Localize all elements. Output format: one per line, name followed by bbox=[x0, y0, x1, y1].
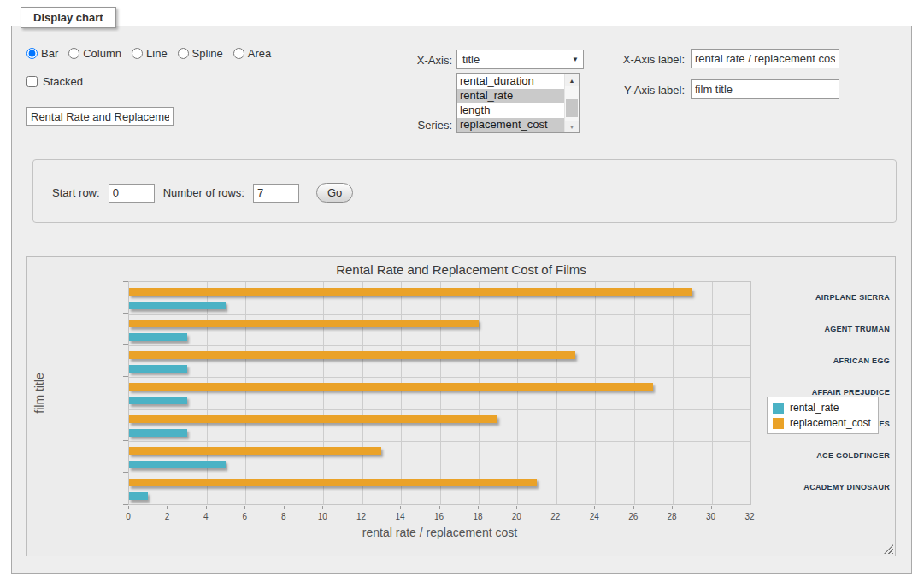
radio-bar[interactable] bbox=[26, 48, 38, 59]
series-list-label: Series: bbox=[375, 119, 452, 132]
legend-item-rental_rate: rental_rate bbox=[773, 402, 871, 414]
x-tick-label: 24 bbox=[590, 512, 599, 521]
gridline-horizontal bbox=[129, 473, 750, 473]
go-button[interactable]: Go bbox=[316, 183, 353, 203]
chart-title: Rental Rate and Replacement Cost of Film… bbox=[27, 262, 895, 277]
chart-type-option-area[interactable]: Area bbox=[233, 47, 271, 60]
chart-type-radio-group: BarColumnLineSplineArea bbox=[26, 47, 271, 60]
scrollbar-thumb[interactable] bbox=[566, 99, 578, 117]
legend-label-rental_rate: rental_rate bbox=[790, 402, 839, 414]
x-tick-mark bbox=[400, 506, 401, 509]
bar-replacement_cost bbox=[129, 351, 575, 359]
x-tick-label: 0 bbox=[126, 512, 131, 521]
x-tick-mark bbox=[128, 506, 129, 509]
x-tick-label: 4 bbox=[203, 512, 209, 521]
stacked-checkbox[interactable] bbox=[26, 76, 38, 87]
y-tick-mark bbox=[123, 313, 128, 314]
chart-type-option-line[interactable]: Line bbox=[132, 47, 168, 60]
x-tick-label: 12 bbox=[356, 512, 366, 521]
bar-replacement_cost bbox=[129, 288, 692, 296]
radio-label-bar: Bar bbox=[41, 47, 58, 60]
x-tick-mark bbox=[244, 506, 245, 509]
x-tick-mark bbox=[750, 506, 750, 509]
chart-title-input[interactable] bbox=[26, 107, 174, 126]
category-label: AFFAIR PREJUDICE bbox=[812, 388, 890, 397]
x-tick-mark bbox=[556, 506, 556, 509]
gridline-vertical bbox=[673, 282, 674, 504]
x-axis-title: rental rate / replacement cost bbox=[128, 526, 751, 539]
resize-handle-icon[interactable] bbox=[884, 544, 893, 554]
category-label: AIRPLANE SIERRA bbox=[815, 293, 890, 302]
number-of-rows-input[interactable] bbox=[253, 184, 299, 203]
gridline-vertical bbox=[595, 282, 596, 504]
x-tick-mark bbox=[516, 506, 517, 509]
radio-column[interactable] bbox=[68, 48, 79, 59]
x-tick-label: 32 bbox=[744, 512, 754, 521]
legend-swatch-rental_rate bbox=[773, 403, 784, 414]
gridline-vertical bbox=[401, 282, 402, 504]
x-tick-mark bbox=[206, 506, 207, 509]
chart-type-option-spline[interactable]: Spline bbox=[178, 47, 223, 60]
series-option-length[interactable]: length bbox=[457, 103, 564, 118]
x-tick-mark bbox=[672, 506, 673, 509]
bar-rental_rate bbox=[129, 492, 148, 500]
category-label: AFRICAN EGG bbox=[833, 356, 890, 365]
y-tick-mark bbox=[123, 376, 128, 377]
stacked-option[interactable]: Stacked bbox=[26, 75, 83, 88]
series-option-rental_duration[interactable]: rental_duration bbox=[457, 74, 564, 89]
x-tick-mark bbox=[322, 506, 323, 509]
x-axis-label-input[interactable] bbox=[691, 49, 839, 68]
scroll-down-icon[interactable]: ▼ bbox=[565, 121, 579, 132]
x-tick-label: 2 bbox=[165, 512, 170, 521]
x-tick-label: 22 bbox=[550, 512, 560, 521]
y-tick-mark bbox=[123, 440, 128, 441]
bar-rental_rate bbox=[129, 397, 187, 404]
bar-rental_rate bbox=[129, 365, 187, 373]
bar-replacement_cost bbox=[129, 447, 381, 455]
series-option-rental_rate[interactable]: rental_rate bbox=[457, 89, 564, 103]
series-scrollbar[interactable]: ▲ ▼ bbox=[564, 74, 579, 132]
y-tick-mark bbox=[123, 344, 128, 345]
series-options: rental_durationrental_ratelengthreplacem… bbox=[457, 74, 564, 132]
gridline-vertical bbox=[479, 282, 480, 504]
x-axis-select[interactable]: title ▼ bbox=[456, 50, 584, 69]
radio-area[interactable] bbox=[233, 48, 244, 59]
chart-legend: rental_ratereplacement_cost bbox=[767, 397, 879, 434]
x-tick-label: 6 bbox=[243, 512, 248, 521]
series-option-replacement_cost[interactable]: replacement_cost bbox=[457, 118, 564, 132]
radio-spline[interactable] bbox=[178, 48, 189, 59]
x-tick-label: 30 bbox=[706, 512, 715, 521]
gridline-vertical bbox=[517, 282, 518, 504]
gridline-vertical bbox=[168, 282, 168, 504]
x-axis-label-label: X-Axis label: bbox=[608, 53, 685, 66]
bar-replacement_cost bbox=[129, 479, 537, 486]
display-chart-panel: Display chart BarColumnLineSplineArea St… bbox=[11, 26, 912, 574]
y-tick-mark bbox=[123, 281, 128, 282]
legend-label-replacement_cost: replacement_cost bbox=[790, 417, 871, 429]
chart-type-option-column[interactable]: Column bbox=[68, 47, 121, 60]
gridline-horizontal bbox=[129, 314, 750, 315]
chart-type-option-bar[interactable]: Bar bbox=[26, 47, 58, 60]
radio-line[interactable] bbox=[132, 48, 143, 59]
x-tick-label: 28 bbox=[668, 512, 677, 521]
scroll-up-icon[interactable]: ▲ bbox=[565, 74, 579, 86]
series-multiselect[interactable]: rental_durationrental_ratelengthreplacem… bbox=[456, 73, 580, 133]
y-tick-mark bbox=[123, 472, 128, 473]
category-label: ACE GOLDFINGER bbox=[816, 451, 890, 460]
start-row-label: Start row: bbox=[52, 186, 100, 199]
page: Display chart BarColumnLineSplineArea St… bbox=[0, 0, 924, 582]
category-label: ACADEMY DINOSAUR bbox=[803, 483, 890, 491]
x-tick-label: 16 bbox=[434, 512, 444, 521]
gridline-vertical bbox=[207, 282, 208, 504]
gridline-horizontal bbox=[129, 345, 750, 346]
bar-rental_rate bbox=[129, 333, 187, 341]
y-axis-label-input[interactable] bbox=[691, 79, 839, 99]
x-axis-select-label: X-Axis: bbox=[375, 54, 452, 67]
chart-plot-area bbox=[128, 281, 751, 505]
y-axis-label-label: Y-Axis label: bbox=[608, 84, 685, 97]
gridline-vertical bbox=[712, 282, 713, 504]
row-range-box: Start row: Number of rows: Go bbox=[32, 159, 897, 223]
x-tick-mark bbox=[594, 506, 595, 509]
start-row-input[interactable] bbox=[109, 184, 155, 203]
x-tick-mark bbox=[478, 506, 479, 509]
